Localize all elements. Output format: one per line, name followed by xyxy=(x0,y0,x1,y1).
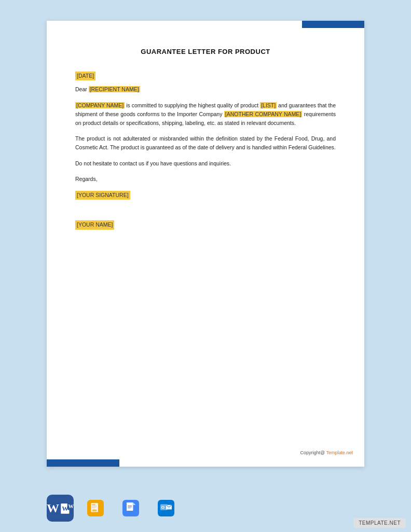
date-field: [DATE] xyxy=(75,72,95,81)
signature-field: [YOUR SIGNATURE] xyxy=(75,191,130,200)
top-accent-bar xyxy=(302,21,364,28)
svg-rect-16 xyxy=(127,502,133,511)
svg-rect-18 xyxy=(128,506,132,506)
name-field: [YOUR NAME] xyxy=(75,220,114,230)
bottom-accent-bar xyxy=(47,459,119,467)
svg-text:O: O xyxy=(161,505,165,510)
word-app-icon[interactable]: W W xyxy=(47,495,74,522)
copyright-text: Copyright@ Template.net xyxy=(300,450,353,455)
svg-rect-20 xyxy=(128,508,131,508)
another-company-field: [ANOTHER COMPANY NAME] xyxy=(224,111,302,117)
svg-rect-8 xyxy=(92,505,95,505)
svg-text:W: W xyxy=(68,503,74,509)
letter-title: GUARANTEE LETTER FOR PRODUCT xyxy=(75,47,336,57)
docs-icon-svg xyxy=(122,500,139,516)
company-name-field: [COMPANY NAME] xyxy=(75,102,125,108)
para1-text1: is committed to supplying the highest qu… xyxy=(126,102,260,108)
paragraph-3: Do not hesitate to contact us if you hav… xyxy=(75,159,336,168)
paragraph-2: The product is not adulterated or misbra… xyxy=(75,134,336,152)
pages-app-icon[interactable] xyxy=(82,495,109,522)
svg-rect-10 xyxy=(92,507,97,507)
regards-line: Regards, xyxy=(75,175,336,184)
paragraph-1: [COMPANY NAME] is committed to supplying… xyxy=(75,101,336,127)
list-field: [LIST] xyxy=(260,102,277,108)
badge-text: TEMPLATE.NET xyxy=(359,520,401,526)
svg-rect-12 xyxy=(92,509,97,511)
dear-line: Dear [RECIPIENT NAME] xyxy=(75,86,336,94)
svg-rect-19 xyxy=(128,507,132,507)
recipient-field: [RECIPIENT NAME] xyxy=(89,86,140,92)
outlook-icon-svg: O xyxy=(158,500,174,516)
svg-rect-11 xyxy=(92,508,95,508)
pages-icon-svg xyxy=(87,500,104,516)
word-icon-svg: W W xyxy=(59,501,74,515)
document-page: GUARANTEE LETTER FOR PRODUCT [DATE] Dear… xyxy=(47,21,364,467)
copyright-brand: Template.net xyxy=(326,450,353,455)
letter-content: GUARANTEE LETTER FOR PRODUCT [DATE] Dear… xyxy=(47,21,364,250)
dear-prefix: Dear xyxy=(75,86,89,92)
template-badge: TEMPLATE.NET xyxy=(353,518,406,528)
outlook-app-icon[interactable]: O xyxy=(153,495,180,522)
docs-app-icon[interactable] xyxy=(117,495,144,522)
svg-rect-9 xyxy=(92,506,97,506)
app-icons-area: W W xyxy=(47,495,180,522)
